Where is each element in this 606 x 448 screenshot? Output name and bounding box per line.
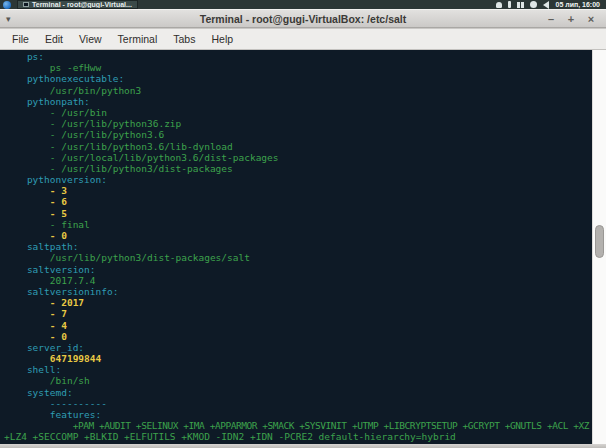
terminal-line: pythonexecutable: bbox=[4, 73, 592, 84]
menu-help[interactable]: Help bbox=[203, 30, 241, 48]
window-bottom-border bbox=[0, 444, 606, 448]
terminal-line: systemd: bbox=[4, 387, 592, 398]
terminal-line: 2017.7.4 bbox=[4, 275, 592, 286]
bluetooth-icon[interactable] bbox=[508, 1, 511, 8]
clock[interactable]: 05 лип, 16:00 bbox=[555, 1, 602, 8]
terminal-line: pythonversion: bbox=[4, 174, 592, 185]
menu-file[interactable]: File bbox=[4, 30, 37, 48]
terminal-line: shell: bbox=[4, 364, 592, 375]
terminal-line: features: bbox=[4, 409, 592, 420]
terminal-line: ps: bbox=[4, 51, 592, 62]
window-controls: – + × bbox=[544, 12, 606, 26]
desktop: Terminal - root@gugi-Virtual... 05 лип, … bbox=[0, 0, 606, 448]
terminal-line: saltversioninfo: bbox=[4, 286, 592, 297]
terminal-line: - /usr/lib/python36.zip bbox=[4, 118, 592, 129]
desktop-panel: Terminal - root@gugi-Virtual... 05 лип, … bbox=[0, 0, 606, 9]
terminal-output[interactable]: ps:ps -efHwwpythonexecutable:/usr/bin/py… bbox=[0, 50, 592, 444]
scrollbar-thumb[interactable] bbox=[595, 225, 604, 258]
terminal-line: saltversion: bbox=[4, 264, 592, 275]
scrollbar-track[interactable] bbox=[592, 50, 606, 444]
bell-icon[interactable] bbox=[496, 2, 502, 8]
volume-icon[interactable] bbox=[543, 1, 549, 9]
network-arrows-icon[interactable] bbox=[517, 2, 524, 8]
terminal-line: - /usr/lib/python3.6 bbox=[4, 129, 592, 140]
terminal-line: - 0 bbox=[4, 230, 592, 241]
menu-edit[interactable]: Edit bbox=[37, 30, 71, 48]
menu-tabs[interactable]: Tabs bbox=[165, 30, 203, 48]
minimize-button[interactable]: – bbox=[544, 12, 558, 26]
terminal-line: /bin/sh bbox=[4, 375, 592, 386]
terminal-line: - 5 bbox=[4, 208, 592, 219]
terminal-line: +LZ4 +SECCOMP +BLKID +ELFUTILS +KMOD -ID… bbox=[4, 431, 592, 442]
window-shade-icon[interactable]: ▾ bbox=[6, 14, 20, 24]
terminal-line: saltpath: bbox=[4, 241, 592, 252]
application-menu-icon[interactable] bbox=[3, 1, 11, 9]
terminal-line: - /usr/lib/python3.6/lib-dynload bbox=[4, 141, 592, 152]
terminal-line: - final bbox=[4, 219, 592, 230]
terminal-line: +PAM +AUDIT +SELINUX +IMA +APPARMOR +SMA… bbox=[4, 420, 592, 431]
terminal-line: ps -efHww bbox=[4, 62, 592, 73]
terminal-line: 647199844 bbox=[4, 353, 592, 364]
window-title: Terminal - root@gugi-VirtualBox: /etc/sa… bbox=[0, 13, 606, 25]
terminal-line: pythonpath: bbox=[4, 96, 592, 107]
terminal-icon bbox=[23, 2, 29, 7]
menu-terminal[interactable]: Terminal bbox=[110, 30, 166, 48]
terminal-line: server_id: bbox=[4, 342, 592, 353]
terminal-line: - 3 bbox=[4, 185, 592, 196]
terminal-line: ---------- bbox=[4, 398, 592, 409]
terminal-line: - /usr/local/lib/python3.6/dist-packages bbox=[4, 152, 592, 163]
maximize-button[interactable]: + bbox=[564, 12, 578, 26]
terminal-line: /usr/lib/python3/dist-packages/salt bbox=[4, 252, 592, 263]
terminal-line: - 2017 bbox=[4, 297, 592, 308]
terminal-line: - /usr/lib/python3/dist-packages bbox=[4, 163, 592, 174]
terminal-line: - /usr/bin bbox=[4, 107, 592, 118]
menu-view[interactable]: View bbox=[71, 30, 110, 48]
terminal-line: /usr/bin/python3 bbox=[4, 85, 592, 96]
taskbar-window-label: Terminal - root@gugi-Virtual... bbox=[32, 1, 132, 8]
notification-icon[interactable] bbox=[530, 1, 537, 8]
taskbar-window-button[interactable]: Terminal - root@gugi-Virtual... bbox=[17, 0, 138, 9]
terminal-line: - 7 bbox=[4, 308, 592, 319]
terminal-line: - 6 bbox=[4, 196, 592, 207]
terminal-line: - 4 bbox=[4, 320, 592, 331]
system-tray: 05 лип, 16:00 bbox=[496, 1, 606, 9]
window-titlebar[interactable]: ▾ Terminal - root@gugi-VirtualBox: /etc/… bbox=[0, 9, 606, 28]
close-button[interactable]: × bbox=[584, 12, 598, 26]
terminal-line: - 0 bbox=[4, 331, 592, 342]
menubar: FileEditViewTerminalTabsHelp bbox=[0, 29, 606, 50]
